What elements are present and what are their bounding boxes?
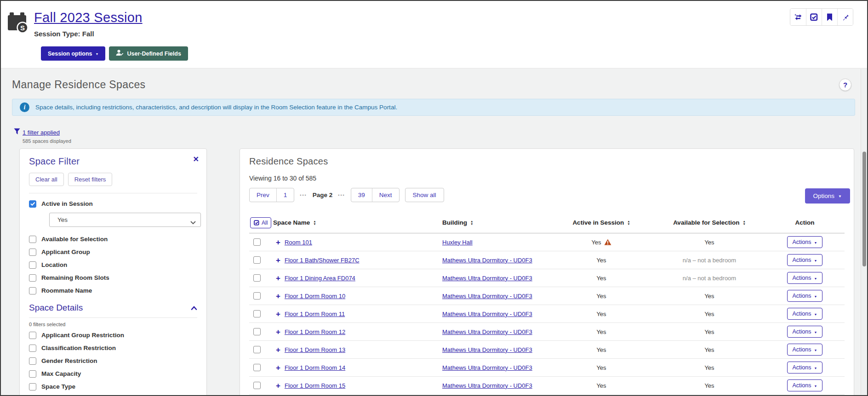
actions-button[interactable]: Actions ▼ (787, 308, 823, 320)
filter-checkbox[interactable] (29, 345, 36, 352)
page-39-button[interactable]: 39 (351, 188, 372, 202)
column-header-building[interactable]: Building ▲▼ (442, 219, 549, 226)
filter-checkbox[interactable] (29, 357, 36, 365)
expand-row-icon[interactable]: + (276, 310, 280, 318)
expand-row-icon[interactable]: + (276, 274, 280, 282)
space-details-title: Space Details (29, 303, 83, 313)
expand-row-icon[interactable]: + (276, 382, 280, 390)
building-link[interactable]: Mathews Ultra Dormitory - UD0F3 (442, 346, 532, 353)
close-icon[interactable]: ✕ (193, 155, 199, 164)
building-link[interactable]: Huxley Hall (442, 239, 473, 246)
space-name-link[interactable]: Floor 1 Dorm Room 14 (285, 364, 345, 371)
building-cell: Mathews Ultra Dormitory - UD0F3 (442, 275, 549, 282)
actions-button[interactable]: Actions ▼ (787, 344, 823, 356)
sort-icon: ▲▼ (470, 220, 473, 225)
filter-checkbox[interactable] (29, 249, 36, 256)
available-for-selection-cell: Yes (654, 364, 765, 371)
column-label: Space Name (273, 219, 310, 226)
active-in-session-checkbox[interactable] (29, 200, 36, 208)
table-row: + Floor 1 Dorm Room 14 Mathews Ultra Dor… (249, 359, 845, 377)
building-link[interactable]: Mathews Ultra Dormitory - UD0F3 (442, 364, 532, 371)
next-button[interactable]: Next (372, 188, 399, 202)
filter-checkbox[interactable] (29, 236, 36, 243)
page-scrollbar[interactable] (861, 69, 867, 395)
clear-all-button[interactable]: Clear all (29, 173, 64, 186)
scrollbar-thumb[interactable] (862, 152, 866, 266)
column-header-space-name[interactable]: Space Name ▲▼ (273, 219, 442, 226)
building-link[interactable]: Mathews Ultra Dormitory - UD0F3 (442, 275, 532, 282)
space-name-link[interactable]: Floor 1 Dorm Room 12 (285, 328, 345, 335)
row-checkbox[interactable] (253, 292, 261, 300)
expand-row-icon[interactable]: + (276, 328, 280, 336)
expand-row-icon[interactable]: + (276, 238, 280, 246)
space-name-link[interactable]: Floor 1 Bath/Shower FB27C (285, 257, 360, 264)
expand-row-icon[interactable]: + (276, 364, 280, 372)
user-defined-fields-button[interactable]: User-Defined Fields (109, 46, 188, 61)
filter-checkbox[interactable] (29, 332, 36, 339)
filter-row: Gender Restriction (29, 356, 197, 365)
expand-row-icon[interactable]: + (276, 256, 280, 264)
funnel-icon (14, 128, 20, 136)
app-window: S Fall 2023 Session Session Type: Fall S… (0, 0, 868, 396)
page-1-button[interactable]: 1 (276, 188, 294, 202)
row-checkbox[interactable] (253, 256, 261, 264)
filter-checkbox[interactable] (29, 261, 36, 269)
column-header-active-in-session[interactable]: Active in Session ▲▼ (549, 219, 654, 226)
session-options-button[interactable]: Session options ▼ (41, 46, 105, 61)
actions-button[interactable]: Actions ▼ (787, 254, 823, 266)
active-value: Yes (596, 382, 606, 389)
space-name-link[interactable]: Floor 1 Dorm Room 10 (285, 293, 345, 300)
bookmark-icon[interactable] (822, 9, 837, 25)
expand-row-icon[interactable]: + (276, 346, 280, 354)
reset-filters-button[interactable]: Reset filters (68, 173, 113, 186)
row-checkbox[interactable] (253, 310, 261, 317)
row-checkbox[interactable] (253, 328, 261, 335)
active-in-session-cell: Yes (549, 275, 654, 282)
actions-button[interactable]: Actions ▼ (787, 290, 823, 302)
filter-checkbox[interactable] (29, 370, 36, 378)
filter-row: Applicant Group (29, 248, 197, 256)
row-checkbox[interactable] (253, 364, 261, 371)
filter-checkbox[interactable] (29, 274, 36, 282)
space-name-link[interactable]: Floor 1 Dorm Room 11 (285, 311, 345, 317)
row-checkbox[interactable] (253, 382, 261, 389)
building-link[interactable]: Mathews Ultra Dormitory - UD0F3 (442, 382, 532, 389)
building-link[interactable]: Mathews Ultra Dormitory - UD0F3 (442, 293, 532, 300)
available-value: Yes (704, 346, 714, 353)
filter-checkbox[interactable] (29, 287, 36, 294)
tasks-check-icon[interactable] (806, 9, 822, 25)
row-checkbox[interactable] (253, 238, 261, 246)
select-all-button[interactable]: All (250, 217, 271, 228)
transfer-icon[interactable] (790, 9, 806, 25)
active-in-session-select[interactable]: Yes (49, 213, 201, 227)
prev-button[interactable]: Prev (250, 188, 276, 202)
row-select-cell (249, 346, 273, 353)
column-header-available-for-selection[interactable]: Available for Selection ▲▼ (654, 219, 765, 226)
row-select-cell (249, 238, 273, 246)
building-link[interactable]: Mathews Ultra Dormitory - UD0F3 (442, 257, 532, 264)
filter-applied[interactable]: 1 filter applied (14, 128, 60, 136)
space-name-link[interactable]: Room 101 (285, 239, 312, 246)
space-details-section-header[interactable]: Space Details (29, 303, 197, 313)
filter-checkbox[interactable] (29, 383, 36, 390)
space-name-link[interactable]: Floor 1 Dorm Room 15 (285, 382, 345, 389)
actions-button[interactable]: Actions ▼ (787, 236, 823, 248)
space-name-link[interactable]: Floor 1 Dining Area FD074 (285, 275, 355, 282)
actions-button[interactable]: Actions ▼ (787, 272, 823, 284)
options-button[interactable]: Options ▼ (805, 188, 850, 204)
pin-icon[interactable] (837, 9, 853, 25)
row-checkbox[interactable] (253, 346, 261, 353)
space-name-link[interactable]: Floor 1 Dorm Room 13 (285, 346, 345, 353)
row-checkbox[interactable] (253, 274, 261, 282)
building-link[interactable]: Mathews Ultra Dormitory - UD0F3 (442, 311, 532, 317)
actions-button[interactable]: Actions ▼ (787, 362, 823, 373)
expand-row-icon[interactable]: + (276, 292, 280, 300)
filter-applied-link[interactable]: 1 filter applied (23, 129, 60, 136)
actions-button[interactable]: Actions ▼ (787, 326, 823, 338)
session-title-link[interactable]: Fall 2023 Session (34, 10, 143, 25)
simple-filter-list: Available for Selection Applicant Group … (29, 235, 197, 295)
show-all-button[interactable]: Show all (405, 188, 444, 202)
help-button[interactable]: ? (839, 79, 851, 91)
actions-button[interactable]: Actions ▼ (787, 379, 823, 391)
building-link[interactable]: Mathews Ultra Dormitory - UD0F3 (442, 328, 532, 335)
